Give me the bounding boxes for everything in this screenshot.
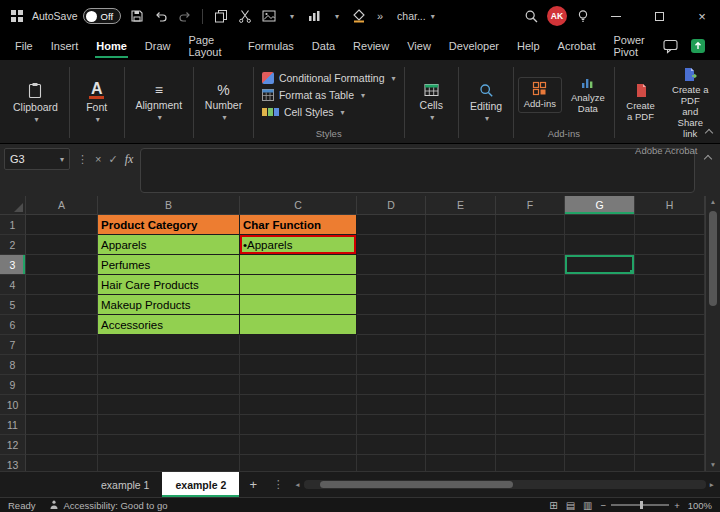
column-header-F[interactable]: F bbox=[496, 196, 565, 214]
cell-G10[interactable] bbox=[565, 395, 635, 415]
cell-G6[interactable] bbox=[565, 315, 635, 335]
cell-F5[interactable] bbox=[496, 295, 565, 315]
ribbon-tab-draw[interactable]: Draw bbox=[136, 32, 180, 60]
ribbon-tab-page-layout[interactable]: Page Layout bbox=[179, 32, 239, 60]
column-header-E[interactable]: E bbox=[426, 196, 496, 214]
cell-A3[interactable] bbox=[26, 255, 98, 275]
cell-H7[interactable] bbox=[635, 335, 705, 355]
cell-G11[interactable] bbox=[565, 415, 635, 435]
cells-button[interactable]: Cells ▾ bbox=[408, 63, 454, 142]
app-menu-icon[interactable] bbox=[8, 8, 25, 25]
cell-D4[interactable] bbox=[357, 275, 426, 295]
row-header-3[interactable]: 3 bbox=[0, 255, 26, 275]
copy-icon[interactable] bbox=[212, 8, 229, 25]
cell-C1[interactable]: Char Function bbox=[240, 215, 357, 235]
cell-styles-button[interactable]: Cell Styles ▾ bbox=[258, 105, 349, 119]
cell-D8[interactable] bbox=[357, 355, 426, 375]
cell-G3[interactable] bbox=[565, 255, 635, 275]
cell-F3[interactable] bbox=[496, 255, 565, 275]
cell-C13[interactable] bbox=[240, 455, 357, 471]
cell-E2[interactable] bbox=[426, 235, 496, 255]
horizontal-scroll-track[interactable] bbox=[304, 480, 706, 489]
search-icon[interactable] bbox=[523, 8, 540, 25]
row-header-2[interactable]: 2 bbox=[0, 235, 26, 255]
autosave-toggle[interactable]: Off bbox=[83, 8, 122, 24]
chart-icon[interactable] bbox=[305, 8, 322, 25]
name-box[interactable]: G3 ▾ bbox=[4, 148, 70, 170]
zoom-slider[interactable] bbox=[611, 504, 669, 506]
scroll-up-icon[interactable]: ▲ bbox=[710, 198, 716, 206]
cell-H13[interactable] bbox=[635, 455, 705, 471]
quick-command-dropdown[interactable]: char... ▾ bbox=[393, 8, 439, 24]
cell-F8[interactable] bbox=[496, 355, 565, 375]
cell-H6[interactable] bbox=[635, 315, 705, 335]
cell-B9[interactable] bbox=[98, 375, 240, 395]
cell-F1[interactable] bbox=[496, 215, 565, 235]
cell-B5[interactable]: Makeup Products bbox=[98, 295, 240, 315]
cell-C4[interactable] bbox=[240, 275, 357, 295]
vertical-scroll-thumb[interactable] bbox=[709, 211, 717, 306]
ribbon-tab-review[interactable]: Review bbox=[344, 32, 398, 60]
picture-icon[interactable] bbox=[260, 8, 277, 25]
cell-D13[interactable] bbox=[357, 455, 426, 471]
normal-view-icon[interactable]: ⊞ bbox=[549, 500, 557, 511]
cell-B12[interactable] bbox=[98, 435, 240, 455]
cell-E11[interactable] bbox=[426, 415, 496, 435]
cell-A4[interactable] bbox=[26, 275, 98, 295]
cell-B8[interactable] bbox=[98, 355, 240, 375]
cell-D6[interactable] bbox=[357, 315, 426, 335]
scroll-left-icon[interactable]: ◄ bbox=[294, 481, 300, 489]
cell-E12[interactable] bbox=[426, 435, 496, 455]
cell-A5[interactable] bbox=[26, 295, 98, 315]
cell-C5[interactable] bbox=[240, 295, 357, 315]
cell-H11[interactable] bbox=[635, 415, 705, 435]
row-header-9[interactable]: 9 bbox=[0, 375, 26, 395]
cell-B10[interactable] bbox=[98, 395, 240, 415]
cell-E5[interactable] bbox=[426, 295, 496, 315]
close-button[interactable]: × bbox=[684, 0, 720, 32]
cell-D12[interactable] bbox=[357, 435, 426, 455]
cell-H4[interactable] bbox=[635, 275, 705, 295]
cell-F12[interactable] bbox=[496, 435, 565, 455]
cell-A1[interactable] bbox=[26, 215, 98, 235]
column-header-A[interactable]: A bbox=[26, 196, 98, 214]
more-commands-icon[interactable]: » bbox=[374, 10, 386, 22]
conditional-formatting-button[interactable]: Conditional Formatting ▾ bbox=[258, 71, 400, 85]
lightbulb-icon[interactable] bbox=[574, 8, 591, 25]
ribbon-tab-data[interactable]: Data bbox=[303, 32, 344, 60]
collapse-formula-bar-button[interactable] bbox=[700, 148, 716, 170]
cell-H3[interactable] bbox=[635, 255, 705, 275]
ribbon-tab-developer[interactable]: Developer bbox=[440, 32, 508, 60]
column-header-B[interactable]: B bbox=[98, 196, 240, 214]
cell-D7[interactable] bbox=[357, 335, 426, 355]
row-header-6[interactable]: 6 bbox=[0, 315, 26, 335]
cell-E1[interactable] bbox=[426, 215, 496, 235]
select-all-corner[interactable] bbox=[0, 196, 26, 214]
cell-B13[interactable] bbox=[98, 455, 240, 471]
row-header-7[interactable]: 7 bbox=[0, 335, 26, 355]
cell-A11[interactable] bbox=[26, 415, 98, 435]
cell-G2[interactable] bbox=[565, 235, 635, 255]
share-icon[interactable] bbox=[689, 38, 706, 55]
cell-F7[interactable] bbox=[496, 335, 565, 355]
column-header-D[interactable]: D bbox=[357, 196, 426, 214]
enter-icon[interactable]: ✓ bbox=[108, 153, 117, 166]
cell-F11[interactable] bbox=[496, 415, 565, 435]
ribbon-tab-power-pivot[interactable]: Power Pivot bbox=[605, 32, 662, 60]
cell-E13[interactable] bbox=[426, 455, 496, 471]
zoom-in-button[interactable]: + bbox=[674, 500, 680, 511]
horizontal-scrollbar[interactable]: ◄ ► bbox=[289, 472, 720, 497]
cell-F2[interactable] bbox=[496, 235, 565, 255]
cell-D9[interactable] bbox=[357, 375, 426, 395]
picture-dropdown-chevron-icon[interactable]: ▾ bbox=[286, 12, 298, 21]
column-header-C[interactable]: C bbox=[240, 196, 357, 214]
cell-E8[interactable] bbox=[426, 355, 496, 375]
vertical-scrollbar[interactable]: ▲ ▼ bbox=[705, 196, 720, 471]
cell-F9[interactable] bbox=[496, 375, 565, 395]
cell-B7[interactable] bbox=[98, 335, 240, 355]
ribbon-tab-insert[interactable]: Insert bbox=[42, 32, 88, 60]
page-break-view-icon[interactable]: ▥ bbox=[583, 500, 592, 511]
cell-G9[interactable] bbox=[565, 375, 635, 395]
cell-G1[interactable] bbox=[565, 215, 635, 235]
comments-icon[interactable] bbox=[662, 38, 679, 55]
